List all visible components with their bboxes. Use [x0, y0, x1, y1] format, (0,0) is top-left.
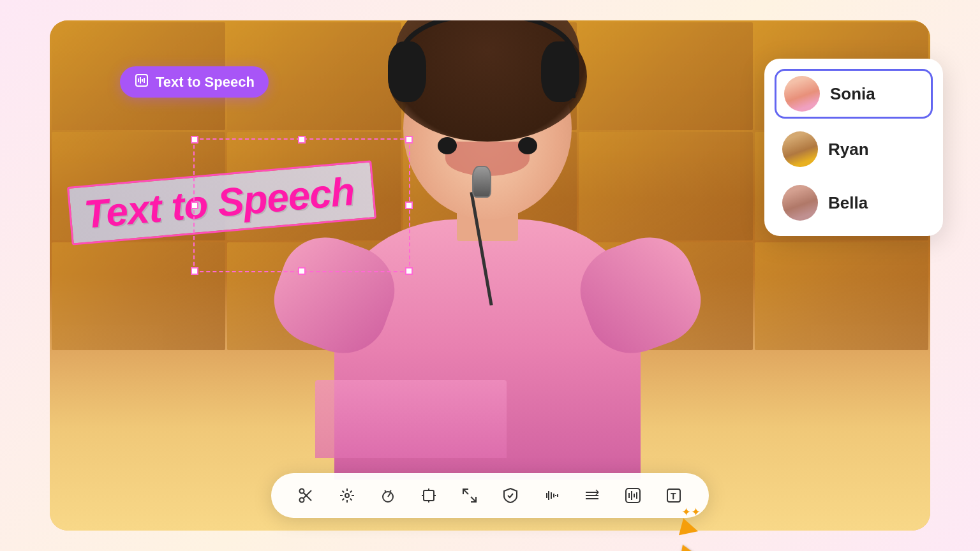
star-decoration: ✦✦ — [681, 505, 701, 519]
svg-line-21 — [390, 490, 391, 492]
voice-item-sonia[interactable]: Sonia — [775, 69, 933, 119]
tts-badge-icon — [134, 73, 149, 91]
toolbar: T — [271, 473, 709, 518]
text-tool-icon[interactable]: T — [662, 484, 685, 507]
svg-line-14 — [343, 491, 345, 493]
voice-name-ryan: Ryan — [828, 140, 869, 159]
voice-name-bella: Bella — [828, 193, 868, 213]
svg-point-5 — [300, 489, 304, 494]
voice-item-ryan[interactable]: Ryan — [775, 126, 933, 172]
svg-line-20 — [385, 490, 386, 492]
svg-line-19 — [388, 493, 390, 497]
avatar-bella — [782, 185, 818, 221]
main-container: Text to Speech Text to Speech Sonia — [50, 20, 930, 531]
voice-panel: Sonia Ryan Bella — [764, 59, 943, 236]
svg-line-16 — [350, 491, 352, 493]
align-icon[interactable] — [581, 484, 604, 507]
tts-badge-label: Text to Speech — [156, 74, 255, 91]
shield-icon[interactable] — [499, 484, 522, 507]
resize-icon[interactable] — [458, 484, 481, 507]
speed-icon[interactable] — [376, 484, 399, 507]
svg-line-17 — [343, 499, 345, 501]
avatar-sonia — [784, 76, 820, 112]
transform-icon[interactable] — [417, 484, 440, 507]
voice-name-sonia: Sonia — [830, 84, 875, 104]
audio-icon[interactable] — [540, 484, 563, 507]
svg-rect-41 — [626, 489, 640, 503]
tts-tool-icon[interactable] — [621, 484, 644, 507]
svg-rect-22 — [424, 490, 434, 501]
svg-line-27 — [463, 489, 468, 494]
voice-item-bella[interactable]: Bella — [775, 180, 933, 226]
avatar-ryan — [782, 131, 818, 167]
svg-text:T: T — [671, 491, 676, 501]
svg-point-6 — [300, 498, 304, 503]
scissors-icon[interactable] — [295, 484, 318, 507]
effects-icon[interactable] — [336, 484, 359, 507]
svg-point-9 — [345, 494, 349, 497]
svg-line-15 — [350, 499, 352, 501]
tts-badge[interactable]: Text to Speech — [120, 66, 269, 98]
svg-line-28 — [471, 497, 476, 502]
